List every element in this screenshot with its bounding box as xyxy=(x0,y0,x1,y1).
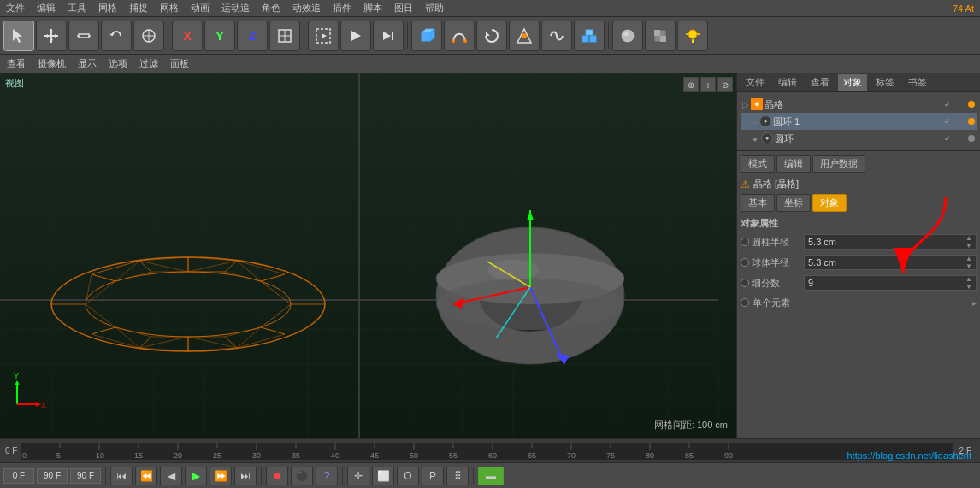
radio-subdiv[interactable] xyxy=(741,279,749,287)
filter-menu[interactable]: 过滤 xyxy=(136,57,162,70)
display-menu[interactable]: 显示 xyxy=(74,57,100,70)
render-btn[interactable] xyxy=(340,21,371,51)
pb-scale-key-btn[interactable]: ⬜ xyxy=(372,467,394,485)
frame-start-input[interactable] xyxy=(3,468,34,484)
cloner-lock[interactable] xyxy=(956,99,966,109)
rpanel-tab-edit[interactable]: 编辑 xyxy=(773,74,802,91)
menu-char[interactable]: 角色 xyxy=(259,2,283,15)
pb-prev-key-btn[interactable]: ⏪ xyxy=(135,467,157,485)
rpanel-tab-bookmark[interactable]: 书签 xyxy=(903,74,932,91)
pb-next-key-btn[interactable]: ⏩ xyxy=(210,467,232,485)
prop-input-subdiv[interactable]: 9 ▲ ▼ xyxy=(804,275,977,291)
cloner-btn[interactable] xyxy=(574,21,605,51)
pb-record-btn[interactable]: ⏺ xyxy=(266,467,288,485)
circle2-lock[interactable] xyxy=(956,133,966,144)
mode-tab-userdata[interactable]: 用户数据 xyxy=(812,155,865,173)
prop-input-sphere[interactable]: 5.3 cm ▲ ▼ xyxy=(804,255,977,270)
rpanel-tab-file[interactable]: 文件 xyxy=(741,74,770,91)
deformer-btn[interactable] xyxy=(541,21,572,51)
menu-plugins[interactable]: 插件 xyxy=(330,2,354,15)
options-menu[interactable]: 选项 xyxy=(105,57,131,70)
pb-move-key-btn[interactable]: ✛ xyxy=(347,467,369,485)
menu-edit[interactable]: 编辑 xyxy=(34,2,58,15)
light-btn[interactable] xyxy=(677,21,708,51)
z-axis-btn[interactable]: Z xyxy=(237,21,268,51)
spinner-sphere-down[interactable]: ▼ xyxy=(965,262,972,270)
texture-btn[interactable] xyxy=(645,21,676,51)
hier-item-cloner[interactable]: ▷ ◈ 晶格 ✓ xyxy=(741,96,977,113)
rotate-tool-btn[interactable] xyxy=(101,21,132,51)
view-menu[interactable]: 查看 xyxy=(3,57,29,70)
spinner-up[interactable]: ▲ xyxy=(965,234,972,242)
menu-tools[interactable]: 工具 xyxy=(65,2,89,15)
x-axis-btn[interactable]: X xyxy=(172,21,203,51)
nav-move-btn[interactable]: ⊕ xyxy=(683,77,699,92)
pb-autokey-btn[interactable]: ⚫ xyxy=(291,467,313,485)
single-expand[interactable]: ▸ xyxy=(972,298,977,308)
hier-item-circle2[interactable]: ● ● 圆环 ✓ xyxy=(741,130,977,147)
transform-tool-btn[interactable] xyxy=(133,21,164,51)
pb-dope-btn[interactable]: ▬ xyxy=(478,467,504,485)
move-tool-btn[interactable] xyxy=(36,21,67,51)
select-tool-btn[interactable] xyxy=(3,21,34,51)
spinner-cylinder[interactable]: ▲ ▼ xyxy=(965,234,972,250)
frame-current-input[interactable] xyxy=(70,468,101,484)
radio-cylinder[interactable] xyxy=(741,238,749,246)
radio-sphere[interactable] xyxy=(741,258,749,267)
nav-rotate-btn[interactable]: ⊘ xyxy=(717,77,733,92)
viewport-3d[interactable]: 视图 网格间距: 100 cm ⊕ ↕ ⊘ Y X xyxy=(0,73,736,438)
spinner-subdiv-down[interactable]: ▼ xyxy=(965,283,972,291)
prop-input-cylinder[interactable]: 5.3 cm ▲ ▼ xyxy=(804,234,977,250)
menu-animate[interactable]: 动画 xyxy=(188,2,212,15)
mode-tab-mode[interactable]: 模式 xyxy=(741,155,775,173)
panel-menu[interactable]: 面板 xyxy=(167,57,192,70)
spinner-subdiv[interactable]: ▲ ▼ xyxy=(965,275,972,291)
rpanel-tab-object[interactable]: 对象 xyxy=(838,74,867,91)
nav-zoom-btn[interactable]: ↕ xyxy=(700,77,716,92)
menu-render[interactable]: 图日 xyxy=(392,2,416,15)
generator-btn[interactable] xyxy=(476,21,507,51)
menu-file[interactable]: 文件 xyxy=(3,2,27,15)
menu-script[interactable]: 脚本 xyxy=(361,2,385,15)
menu-snap[interactable]: 捕捉 xyxy=(127,2,151,15)
render-region-btn[interactable] xyxy=(308,21,339,51)
pb-play-back-btn[interactable]: ◀ xyxy=(160,467,182,485)
world-btn[interactable] xyxy=(269,21,300,51)
circle1-lock[interactable] xyxy=(956,116,966,126)
menu-grid[interactable]: 网格 xyxy=(157,2,181,15)
pb-last-frame-btn[interactable]: ⏭ xyxy=(234,467,257,485)
rpanel-tab-tag[interactable]: 标签 xyxy=(871,74,900,91)
hier-item-circle1[interactable]: ○ ● 圆环 1 ✓ xyxy=(741,113,977,130)
pb-param-btn[interactable]: P xyxy=(422,467,444,485)
camera-menu[interactable]: 摄像机 xyxy=(34,57,69,70)
y-axis-btn[interactable]: Y xyxy=(204,21,235,51)
spinner-sphere[interactable]: ▲ ▼ xyxy=(965,255,972,270)
field-btn[interactable] xyxy=(509,21,540,51)
mode-tab-edit[interactable]: 编辑 xyxy=(776,155,811,173)
spinner-down[interactable]: ▼ xyxy=(965,242,972,250)
menu-motion[interactable]: 运动追 xyxy=(219,2,252,15)
frame-end-input[interactable] xyxy=(37,468,68,484)
material-btn[interactable] xyxy=(612,21,643,51)
radio-single[interactable] xyxy=(741,298,749,307)
pb-dots-btn[interactable]: ⠿ xyxy=(446,467,469,485)
pb-object-btn[interactable]: O xyxy=(397,467,419,485)
pb-help-btn[interactable]: ? xyxy=(316,467,338,485)
pb-play-fwd-btn[interactable]: ▶ xyxy=(185,467,207,485)
circle2-vis-check[interactable]: ✓ xyxy=(941,132,954,145)
sub-tab-object[interactable]: 对象 xyxy=(812,194,847,212)
scale-tool-btn[interactable] xyxy=(68,21,99,51)
cloner-vis-check[interactable]: ✓ xyxy=(941,97,954,111)
cube-btn[interactable] xyxy=(411,21,442,51)
menu-mesh[interactable]: 网格 xyxy=(96,2,120,15)
spinner-subdiv-up[interactable]: ▲ xyxy=(965,275,972,283)
circle1-vis-check[interactable]: ✓ xyxy=(941,115,954,128)
pb-first-frame-btn[interactable]: ⏮ xyxy=(110,467,133,485)
prop-row-single-element[interactable]: 单个元素 ▸ xyxy=(741,294,977,311)
spline-btn[interactable] xyxy=(444,21,475,51)
sub-tab-basic[interactable]: 基本 xyxy=(741,194,775,212)
rpanel-tab-view[interactable]: 查看 xyxy=(806,74,835,91)
spinner-sphere-up[interactable]: ▲ xyxy=(965,255,972,262)
menu-help[interactable]: 帮助 xyxy=(422,2,446,15)
sub-tab-coord[interactable]: 坐标 xyxy=(776,194,811,212)
